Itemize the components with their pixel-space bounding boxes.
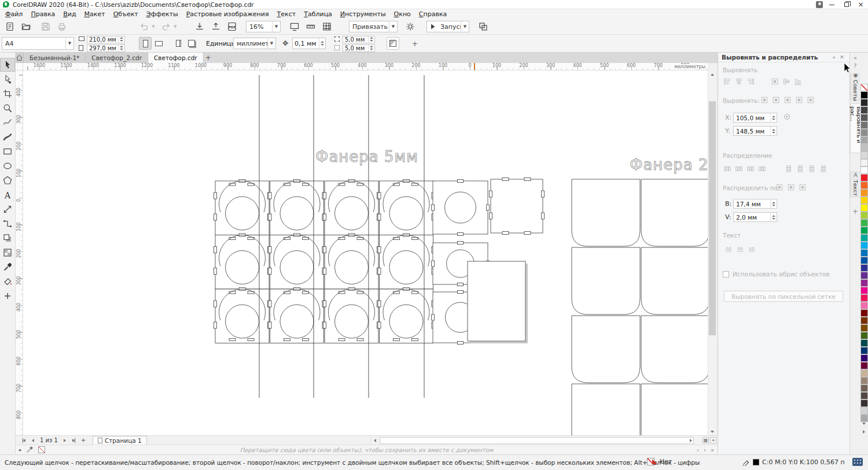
page-size-combo[interactable]: A4 ▼: [2, 37, 74, 50]
color-swatch[interactable]: [860, 151, 868, 159]
align-to-point-button[interactable]: [805, 95, 816, 105]
scroll-down-icon[interactable]: [708, 428, 716, 435]
color-swatch[interactable]: [860, 212, 868, 219]
undo-button-dropdown-icon[interactable]: ▼: [151, 24, 156, 29]
vertical-scrollbar-thumb[interactable]: [709, 101, 716, 335]
relative-position-icon[interactable]: [783, 113, 791, 123]
page-tab[interactable]: Страница 1: [93, 436, 147, 445]
text-first-baseline-button[interactable]: Аб: [723, 243, 734, 254]
color-swatch[interactable]: [860, 227, 868, 234]
color-swatch[interactable]: [860, 242, 868, 249]
align-top-button[interactable]: [769, 76, 780, 87]
weld-tool-button[interactable]: [476, 20, 490, 33]
previous-page-button[interactable]: [28, 436, 38, 445]
extent-of-page-button[interactable]: [785, 182, 796, 193]
full-screen-preview-button[interactable]: [288, 20, 301, 33]
document-tab-1[interactable]: Светофор_2.cdr: [86, 53, 148, 63]
dist-middle-button[interactable]: [795, 164, 806, 174]
scroll-up-icon[interactable]: [708, 71, 716, 78]
horizontal-scrollbar-thumb[interactable]: [380, 437, 694, 444]
dist-spacing-h-button[interactable]: [745, 164, 756, 174]
color-swatch[interactable]: [860, 287, 868, 294]
scroll-left-icon[interactable]: [371, 436, 379, 445]
duplicate-y-spinner[interactable]: [368, 45, 374, 51]
open-button[interactable]: [19, 20, 33, 33]
interactive-fill-tool[interactable]: [0, 275, 15, 288]
horizontal-ruler[interactable]: 1600150014001300120011001000900800700600…: [23, 63, 708, 71]
import-button[interactable]: [193, 20, 207, 33]
vertical-scrollbar[interactable]: [708, 71, 716, 435]
vertical-ruler[interactable]: 4003002001000100200300400500600700800: [16, 71, 23, 435]
publish-pdf-button[interactable]: PDF: [225, 20, 239, 33]
menu-item-window[interactable]: Окно: [390, 10, 415, 18]
color-swatch[interactable]: [860, 392, 868, 399]
color-eyedropper-tool[interactable]: [0, 260, 15, 274]
dimension-tool[interactable]: [0, 202, 15, 216]
snap-to-combo[interactable]: Привязать к▼: [349, 21, 398, 32]
color-swatch[interactable]: [860, 415, 868, 422]
show-grid-button[interactable]: [320, 20, 334, 33]
color-swatch[interactable]: [860, 106, 868, 114]
dist-right-button[interactable]: [756, 164, 767, 174]
document-tab-2[interactable]: Светофор.cdr: [148, 53, 204, 63]
color-swatch[interactable]: [860, 204, 868, 212]
color-swatch[interactable]: [860, 121, 868, 129]
undo-button[interactable]: [137, 20, 151, 33]
menu-item-help[interactable]: Справка: [415, 10, 451, 18]
color-swatch[interactable]: [860, 362, 868, 369]
dist-spacing-v-button[interactable]: [806, 164, 817, 174]
crop-tool[interactable]: [0, 87, 15, 101]
align-left-button[interactable]: [722, 76, 733, 87]
color-swatch[interactable]: [860, 219, 868, 227]
align-to-grid-button[interactable]: [793, 95, 804, 105]
color-swatch[interactable]: [860, 136, 868, 144]
color-swatch[interactable]: [860, 144, 868, 151]
color-swatch[interactable]: [860, 182, 868, 189]
menu-item-file[interactable]: Файл: [1, 10, 27, 18]
extent-grid-button[interactable]: [797, 182, 808, 193]
color-swatch[interactable]: [860, 264, 868, 272]
color-swatch[interactable]: [860, 166, 868, 174]
shape-tool[interactable]: [0, 72, 15, 86]
color-swatch[interactable]: [860, 399, 868, 407]
options-button[interactable]: [403, 20, 417, 33]
redo-button[interactable]: [159, 20, 173, 33]
dist-left-button[interactable]: [722, 164, 733, 174]
portrait-button[interactable]: [139, 37, 152, 50]
menu-item-bitmaps[interactable]: Растровые изображения: [182, 10, 273, 18]
color-swatch[interactable]: [860, 129, 868, 136]
align-right-button[interactable]: [745, 76, 756, 87]
docker-collapse-icon[interactable]: «: [830, 54, 838, 60]
no-color-swatch[interactable]: [860, 84, 868, 91]
align-middle-button[interactable]: [781, 76, 792, 87]
ruler-origin-corner[interactable]: [16, 63, 23, 71]
menu-item-effects[interactable]: Эффекты: [142, 10, 182, 18]
outline-color-swatch[interactable]: [753, 459, 759, 465]
color-swatch[interactable]: [860, 272, 868, 279]
scroll-right-icon[interactable]: [687, 436, 695, 445]
document-tab-0[interactable]: Безымянный-1*: [24, 53, 86, 63]
zoom-view-button[interactable]: +: [710, 437, 716, 443]
align-to-page-edge-button[interactable]: [770, 95, 781, 105]
close-button[interactable]: ×: [854, 0, 868, 9]
save-button[interactable]: [39, 20, 53, 33]
color-swatch[interactable]: [860, 369, 868, 377]
transparency-tool[interactable]: [0, 246, 15, 260]
distribute-b-spinner[interactable]: [770, 199, 777, 208]
dist-top-button[interactable]: [783, 164, 794, 174]
polygon-tool[interactable]: [0, 173, 15, 187]
current-page-settings-button[interactable]: [172, 37, 185, 50]
dist-bottom-button[interactable]: [818, 164, 829, 174]
minimize-button[interactable]: [825, 0, 839, 9]
color-swatch[interactable]: [860, 317, 868, 324]
color-swatch[interactable]: [860, 279, 868, 287]
color-swatch[interactable]: [860, 324, 868, 332]
color-swatch[interactable]: [860, 332, 868, 339]
freehand-tool[interactable]: [0, 116, 15, 129]
page-height-spinner[interactable]: [118, 45, 124, 51]
treat-as-filled-button[interactable]: [387, 37, 399, 50]
show-rulers-button[interactable]: [304, 20, 318, 33]
menu-item-table[interactable]: Таблица: [300, 10, 336, 18]
dock-collapse-icon[interactable]: «: [850, 55, 860, 62]
align-to-page-center-button[interactable]: [782, 95, 793, 105]
